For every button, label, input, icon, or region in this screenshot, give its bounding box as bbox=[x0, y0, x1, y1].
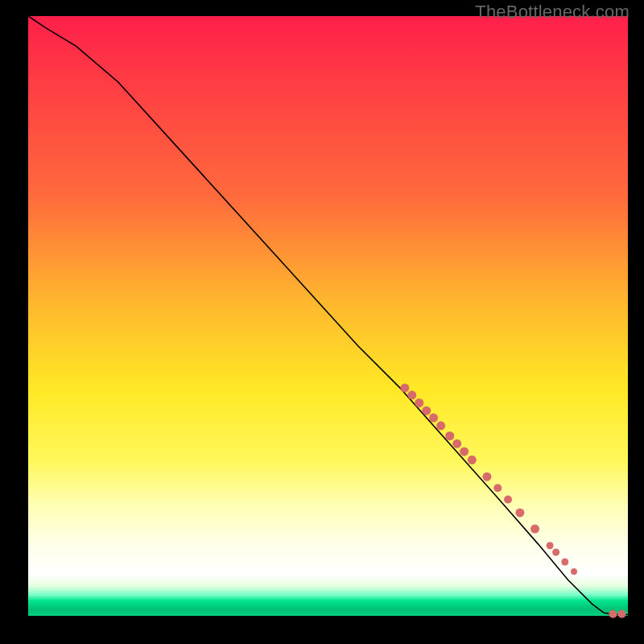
data-point bbox=[422, 407, 431, 415]
data-point bbox=[445, 431, 454, 440]
chart-svg bbox=[28, 16, 628, 616]
data-point bbox=[504, 496, 512, 504]
data-point bbox=[515, 508, 524, 517]
data-point bbox=[400, 383, 409, 392]
data-point bbox=[468, 456, 477, 464]
data-point bbox=[493, 484, 502, 492]
data-point bbox=[618, 610, 626, 618]
scatter-points bbox=[400, 383, 625, 617]
data-point bbox=[561, 559, 568, 566]
data-point bbox=[609, 610, 617, 618]
watermark-text: TheBottleneck.com bbox=[475, 2, 630, 23]
data-point bbox=[482, 473, 491, 481]
chart-container: TheBottleneck.com bbox=[0, 0, 644, 644]
data-point bbox=[530, 525, 539, 534]
data-point bbox=[415, 398, 423, 407]
data-point bbox=[547, 542, 554, 549]
trend-curve bbox=[28, 16, 628, 615]
data-point bbox=[552, 549, 559, 556]
data-point bbox=[460, 447, 469, 456]
data-point bbox=[407, 390, 416, 399]
data-point bbox=[452, 440, 461, 448]
plot-area bbox=[28, 16, 628, 616]
data-point bbox=[429, 414, 438, 423]
data-point bbox=[436, 421, 445, 430]
data-point bbox=[571, 568, 577, 575]
